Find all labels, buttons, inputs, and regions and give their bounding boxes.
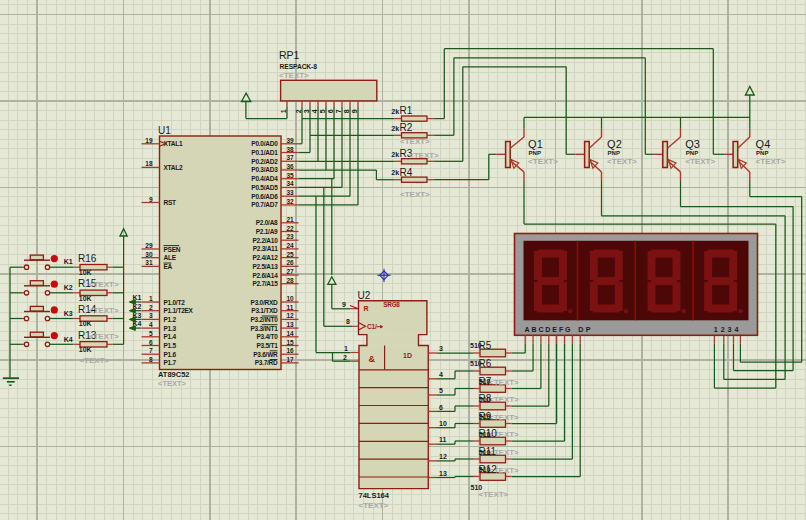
svg-text:DP: DP xyxy=(578,325,593,334)
svg-text:P1.2: P1.2 xyxy=(164,316,177,323)
svg-text:U2: U2 xyxy=(358,290,371,301)
svg-text:11: 11 xyxy=(439,436,447,443)
svg-text:1: 1 xyxy=(280,109,287,113)
svg-text:1D: 1D xyxy=(403,352,412,359)
svg-text:<TEXT>: <TEXT> xyxy=(489,395,519,404)
svg-text:8: 8 xyxy=(343,109,350,113)
svg-text:9: 9 xyxy=(342,301,346,308)
svg-text:P0.4/AD4: P0.4/AD4 xyxy=(251,175,278,182)
svg-text:<TEXT>: <TEXT> xyxy=(489,378,519,387)
svg-text:K2: K2 xyxy=(64,284,73,291)
svg-text:8: 8 xyxy=(149,356,153,363)
svg-text:3: 3 xyxy=(149,312,153,319)
svg-text:R16: R16 xyxy=(78,253,97,264)
svg-text:16: 16 xyxy=(287,347,295,354)
svg-text:38: 38 xyxy=(287,146,295,153)
svg-text:P1.5: P1.5 xyxy=(164,342,177,349)
svg-text:P1.4: P1.4 xyxy=(164,333,177,340)
svg-text:25: 25 xyxy=(287,251,295,258)
svg-text:SRG8: SRG8 xyxy=(383,301,400,308)
svg-text:P1.1/T2EX: P1.1/T2EX xyxy=(164,307,194,314)
svg-text:Q1: Q1 xyxy=(528,138,543,150)
svg-text:24: 24 xyxy=(287,242,295,249)
svg-text:2k: 2k xyxy=(391,125,399,132)
svg-text:<TEXT>: <TEXT> xyxy=(685,157,715,166)
svg-text:2: 2 xyxy=(343,354,347,361)
svg-text:PNP: PNP xyxy=(529,150,541,156)
svg-text:R6: R6 xyxy=(479,358,492,369)
svg-text:3: 3 xyxy=(303,109,310,113)
svg-text:2: 2 xyxy=(149,304,153,311)
svg-text:27: 27 xyxy=(287,268,295,275)
svg-text:P0.6/AD6: P0.6/AD6 xyxy=(251,193,278,200)
svg-text:7: 7 xyxy=(335,109,342,113)
svg-text:P0.0/AD0: P0.0/AD0 xyxy=(251,140,278,147)
svg-text:<TEXT>: <TEXT> xyxy=(89,280,119,289)
svg-text:K1: K1 xyxy=(64,258,73,265)
svg-text:R5: R5 xyxy=(479,340,492,351)
svg-text:P3.3/INT1: P3.3/INT1 xyxy=(250,325,278,332)
svg-text:RST: RST xyxy=(164,199,177,206)
svg-text:28: 28 xyxy=(287,277,295,284)
svg-text:P3.7/RD: P3.7/RD xyxy=(255,359,278,366)
svg-text:P0.2/AD2: P0.2/AD2 xyxy=(251,158,278,165)
svg-text:8: 8 xyxy=(346,318,350,325)
svg-text:10K: 10K xyxy=(79,295,92,302)
svg-text:1234: 1234 xyxy=(714,325,742,334)
svg-text:9: 9 xyxy=(149,196,153,203)
svg-text:<TEXT>: <TEXT> xyxy=(279,71,309,80)
svg-text:<TEXT>: <TEXT> xyxy=(489,413,519,422)
svg-text:10K: 10K xyxy=(79,320,92,327)
svg-text:2k: 2k xyxy=(391,169,399,176)
svg-text:10K: 10K xyxy=(79,269,92,276)
svg-text:P0.1/AD1: P0.1/AD1 xyxy=(251,149,278,156)
svg-text:5: 5 xyxy=(149,330,153,337)
svg-text:PNP: PNP xyxy=(756,150,768,156)
svg-text:R11: R11 xyxy=(479,446,497,457)
svg-text:<TEXT>: <TEXT> xyxy=(409,151,439,160)
svg-text:K3: K3 xyxy=(133,312,142,319)
svg-text:PNP: PNP xyxy=(686,150,698,156)
svg-text:1: 1 xyxy=(149,295,153,302)
svg-text:2: 2 xyxy=(295,109,302,113)
svg-text:19: 19 xyxy=(145,137,153,144)
svg-text:34: 34 xyxy=(287,180,295,187)
svg-text:12: 12 xyxy=(439,453,447,460)
svg-text:6: 6 xyxy=(439,404,443,411)
svg-text:R12: R12 xyxy=(479,464,498,475)
svg-text:R: R xyxy=(364,305,369,312)
svg-text:10: 10 xyxy=(439,420,447,427)
svg-text:R10: R10 xyxy=(479,428,498,439)
svg-text:31: 31 xyxy=(145,259,153,266)
svg-text:<TEXT>: <TEXT> xyxy=(79,356,109,365)
svg-text:26: 26 xyxy=(287,259,295,266)
svg-text:12: 12 xyxy=(287,312,295,319)
svg-text:13: 13 xyxy=(439,470,447,477)
svg-text:36: 36 xyxy=(287,163,295,170)
svg-text:<TEXT>: <TEXT> xyxy=(479,490,509,499)
svg-text:5: 5 xyxy=(439,387,443,394)
svg-text:P0.5/AD5: P0.5/AD5 xyxy=(251,184,278,191)
svg-text:13: 13 xyxy=(287,321,295,328)
svg-text:2k: 2k xyxy=(391,108,399,115)
svg-text:4: 4 xyxy=(439,371,443,378)
svg-text:21: 21 xyxy=(287,216,295,223)
svg-text:P3.1/TXD: P3.1/TXD xyxy=(251,307,278,314)
svg-text:K2: K2 xyxy=(133,303,142,310)
svg-text:Q3: Q3 xyxy=(685,138,700,150)
svg-text:C1/: C1/ xyxy=(367,323,377,330)
svg-text:K4: K4 xyxy=(64,336,73,343)
svg-text:K3: K3 xyxy=(64,310,73,317)
svg-text:<TEXT>: <TEXT> xyxy=(528,157,558,166)
svg-text:<TEXT>: <TEXT> xyxy=(158,379,187,388)
svg-text:P1.6: P1.6 xyxy=(164,351,177,358)
svg-text:R8: R8 xyxy=(479,393,492,404)
svg-text:R7: R7 xyxy=(479,376,492,387)
svg-text:R4: R4 xyxy=(400,167,413,178)
svg-text:P1.7: P1.7 xyxy=(164,359,177,366)
svg-text:39: 39 xyxy=(287,137,295,144)
svg-text:<TEXT>: <TEXT> xyxy=(400,190,430,199)
svg-text:R1: R1 xyxy=(400,105,413,116)
svg-text:P2.6/A14: P2.6/A14 xyxy=(252,272,278,279)
svg-text:EA: EA xyxy=(164,263,173,270)
